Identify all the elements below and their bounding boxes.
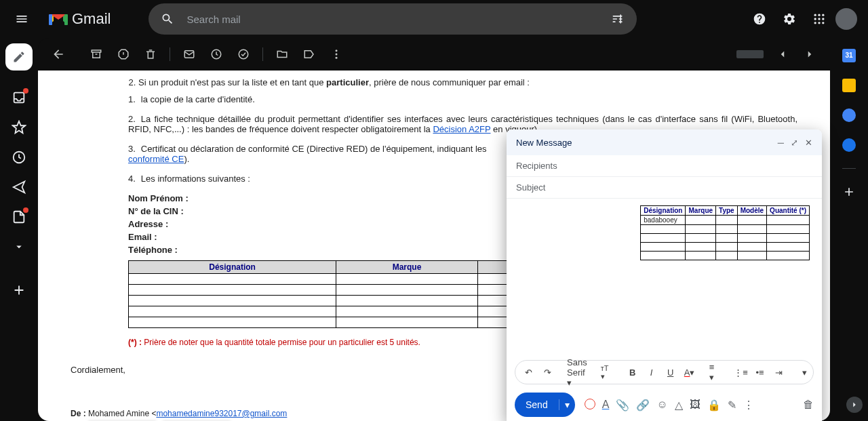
attach-icon[interactable]: 📎 [616, 399, 629, 412]
conformite-link[interactable]: conformité CE [128, 154, 184, 164]
snoozed-icon[interactable] [11, 149, 27, 165]
more-options-icon[interactable]: ⋮ [743, 399, 754, 412]
more-icon[interactable] [11, 239, 27, 255]
text-style-icon[interactable]: A [602, 399, 610, 412]
redo-icon[interactable]: ↷ [541, 367, 553, 378]
svg-point-19 [336, 53, 338, 55]
drafts-icon[interactable] [11, 209, 27, 225]
compose-button[interactable] [5, 43, 33, 71]
svg-point-20 [336, 56, 338, 58]
align-icon[interactable]: ≡ ▾ [709, 362, 722, 382]
back-icon[interactable] [46, 42, 71, 66]
svg-point-18 [336, 49, 338, 52]
drive-icon[interactable]: △ [675, 399, 683, 412]
more-format-icon[interactable]: ▾ [799, 367, 811, 378]
emoji-icon[interactable]: ☺ [656, 399, 667, 412]
keep-icon[interactable] [842, 79, 856, 92]
minimize-icon[interactable]: ─ [778, 138, 784, 148]
underline-icon[interactable]: U [665, 367, 677, 378]
inbox-icon[interactable] [11, 89, 27, 106]
more-actions-icon[interactable] [324, 42, 349, 66]
font-select[interactable]: Sans Serif ▾ [567, 357, 587, 388]
search-box[interactable] [149, 3, 637, 35]
send-button[interactable]: Send ▾ [515, 393, 575, 417]
svg-point-5 [814, 18, 816, 20]
email-link[interactable]: mohamedamine932017@gmail.com [156, 409, 287, 418]
link-icon[interactable]: 🔗 [636, 399, 650, 412]
svg-rect-13 [92, 50, 101, 52]
gmail-logo[interactable]: Gmail [43, 10, 116, 28]
svg-point-4 [822, 14, 824, 16]
svg-point-9 [818, 22, 820, 24]
delete-icon[interactable] [138, 42, 163, 66]
format-toolbar: ↶ ↷ Sans Serif ▾ тT ▾ B I U A ▾ ≡ ▾ ⋮≡ •… [515, 360, 814, 384]
settings-icon[interactable] [776, 5, 803, 33]
calendar-icon[interactable]: 31 [842, 49, 856, 62]
search-icon[interactable] [154, 5, 181, 33]
close-icon[interactable]: ✕ [805, 138, 812, 148]
indent-icon[interactable]: ⇥ [773, 367, 785, 378]
bold-icon[interactable]: B [627, 367, 639, 378]
svg-point-2 [814, 14, 816, 16]
tasks-icon[interactable] [842, 108, 856, 122]
svg-rect-1 [64, 14, 68, 25]
help-icon[interactable] [746, 5, 773, 33]
svg-point-10 [822, 22, 824, 24]
move-icon[interactable] [270, 42, 294, 66]
compose-window: New Message ─ ⤢ ✕ Recipients Subject Dés… [507, 129, 822, 421]
fullscreen-icon[interactable]: ⤢ [791, 138, 798, 148]
svg-point-6 [818, 18, 820, 20]
list-item: Si un produit n'est pas sur la liste et … [138, 77, 797, 87]
search-options-icon[interactable] [604, 5, 631, 33]
recipients-field[interactable]: Recipients [507, 155, 822, 177]
format-toggle-icon[interactable] [585, 399, 595, 409]
apps-icon[interactable] [806, 5, 833, 33]
decision-link[interactable]: Décision A2FP [433, 124, 490, 134]
svg-point-17 [239, 49, 248, 59]
gmail-logo-text: Gmail [72, 10, 111, 28]
next-icon[interactable] [797, 42, 822, 66]
image-icon[interactable]: 🖼 [690, 399, 701, 412]
main-menu-icon[interactable] [5, 5, 38, 33]
font-size-icon[interactable]: тT ▾ [601, 364, 613, 381]
undo-icon[interactable]: ↶ [522, 367, 534, 378]
spam-icon[interactable] [111, 42, 136, 66]
contacts-icon[interactable] [842, 138, 856, 152]
svg-point-7 [822, 18, 824, 20]
text-color-icon[interactable]: A ▾ [684, 367, 696, 378]
sent-icon[interactable] [11, 179, 27, 195]
svg-point-8 [814, 22, 816, 24]
compose-table[interactable]: DésignationMarqueTypeModèleQuantité (*) … [640, 205, 810, 260]
compose-title: New Message [516, 138, 572, 148]
snooze-icon[interactable] [204, 42, 229, 66]
label-icon[interactable] [297, 42, 321, 66]
expand-sidepanel-icon[interactable] [846, 397, 863, 413]
discard-icon[interactable]: 🗑 [803, 399, 814, 411]
compose-body[interactable]: DésignationMarqueTypeModèleQuantité (*) … [507, 199, 822, 360]
starred-icon[interactable] [11, 119, 27, 136]
bullet-list-icon[interactable]: •≡ [754, 367, 766, 378]
archive-icon[interactable] [84, 42, 108, 66]
italic-icon[interactable]: I [646, 367, 658, 378]
svg-point-3 [818, 14, 820, 16]
pager-info [736, 50, 764, 58]
avatar[interactable] [835, 8, 857, 30]
new-label-icon[interactable] [11, 282, 27, 298]
pen-icon[interactable]: ✎ [728, 399, 736, 412]
lock-icon[interactable]: 🔒 [707, 399, 721, 412]
addons-icon[interactable] [842, 185, 856, 199]
search-input[interactable] [181, 14, 604, 25]
prev-icon[interactable] [770, 42, 795, 66]
task-icon[interactable] [231, 42, 256, 66]
send-more-icon[interactable]: ▾ [559, 399, 575, 410]
mark-unread-icon[interactable] [177, 42, 201, 66]
ordered-list-icon[interactable]: ⋮≡ [735, 367, 747, 378]
subject-field[interactable]: Subject [507, 177, 822, 199]
